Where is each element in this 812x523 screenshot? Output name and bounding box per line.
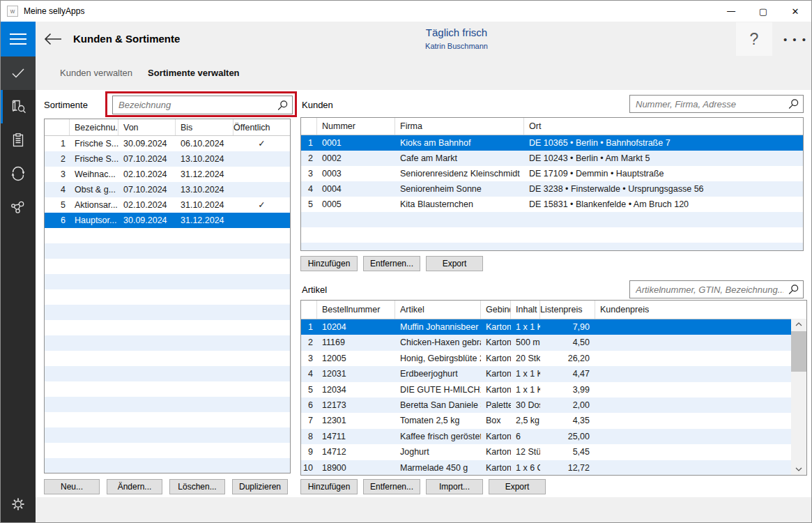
table-row[interactable]: 50005Kita BlausternchenDE 15831 • Blanke… (301, 197, 803, 212)
table-row[interactable]: 914712JoghurtKarton12 Stück5,45 (301, 444, 791, 460)
artikel-entfernen-button[interactable]: Entfernen... (363, 479, 420, 494)
column-header[interactable]: Artikel (395, 301, 481, 319)
scrollbar-thumb[interactable] (791, 331, 806, 372)
cell: 31.12.2024 (176, 213, 233, 228)
sidebar-item-catalog[interactable] (1, 90, 36, 123)
table-row[interactable]: 512034DIE GUTE H-MILCH1,5%6X1L ...Karton… (301, 382, 791, 397)
cell (118, 228, 176, 243)
cell (595, 351, 791, 366)
cell (45, 274, 70, 289)
cell (70, 274, 118, 289)
share-icon (10, 200, 26, 214)
cell: ✓ (233, 136, 290, 151)
back-button[interactable] (42, 30, 64, 48)
cell: 2,5 kg (511, 413, 540, 428)
cell: Obst & g... (70, 182, 118, 197)
table-row[interactable]: 1Frische S...30.09.202406.10.2024✓ (45, 136, 290, 151)
column-header[interactable]: Gebinde (481, 301, 511, 319)
column-header[interactable]: Inhalt (511, 301, 540, 319)
sidebar-item-share[interactable] (1, 190, 36, 224)
table-row[interactable]: 712301Tomaten 2,5 kgBox2,5 kg4,35 (301, 413, 791, 428)
table-row[interactable]: 4Obst & g...07.10.202413.10.2024 (45, 182, 290, 197)
column-header[interactable]: Ort (524, 118, 803, 135)
column-header[interactable]: Bestellnummer (317, 301, 395, 319)
cell (395, 212, 524, 227)
kunden-searchbox (629, 95, 804, 113)
table-row[interactable]: 6Hauptsor...30.09.202431.12.2024 (45, 213, 290, 228)
table-row[interactable]: 312005Honig, Gebirgsblüte 20X0,5LKarton2… (301, 351, 791, 366)
table-row[interactable]: 20002Cafe am MarktDE 10243 • Berlin • Am… (301, 151, 803, 166)
column-header[interactable]: Bis (176, 119, 233, 135)
neu-button[interactable]: Neu... (44, 479, 100, 494)
sidebar-item-tasks[interactable] (1, 56, 36, 90)
cell (176, 274, 233, 289)
column-header[interactable]: Firma (395, 118, 524, 135)
maximize-button[interactable]: ▢ (747, 1, 779, 22)
table-row[interactable]: 814711Kaffee frisch geröstet, aromat...K… (301, 429, 791, 444)
minimize-button[interactable]: — (715, 1, 747, 22)
cell (301, 227, 317, 243)
cell (233, 289, 290, 305)
column-header[interactable]: Bezeichnu... (70, 119, 118, 135)
column-header[interactable]: Von (118, 119, 176, 135)
aendern-button[interactable]: Ändern... (107, 479, 162, 494)
cell (70, 458, 118, 473)
sidebar-item-sync[interactable] (1, 157, 36, 190)
cell (70, 335, 118, 351)
column-header[interactable]: Kundenpreis (595, 301, 806, 319)
cell (395, 227, 524, 243)
artikel-export-button[interactable]: Export (489, 479, 546, 494)
cell (118, 427, 176, 443)
column-header[interactable]: Listenpreis (540, 301, 595, 319)
loeschen-button[interactable]: Löschen... (169, 479, 225, 494)
column-header[interactable] (301, 118, 317, 135)
artikel-search-input[interactable] (629, 280, 804, 298)
table-row[interactable]: 110204Muffin Johannisbeer 80 gKarton1 x … (301, 319, 791, 335)
cell: Muffin Johannisbeer 80 g (395, 319, 481, 335)
tab-kunden-verwalten[interactable]: Kunden verwalten (60, 68, 132, 78)
duplizieren-button[interactable]: Duplizieren (232, 479, 288, 494)
vertical-scrollbar[interactable] (791, 319, 806, 475)
cell (70, 351, 118, 366)
sidebar-item-orders[interactable] (1, 123, 36, 157)
table-row-empty (45, 351, 290, 366)
table-row[interactable]: 2Frische S...07.10.202413.10.2024 (45, 151, 290, 167)
cell: 10 (301, 460, 317, 476)
kunden-search-input[interactable] (629, 95, 804, 113)
column-header[interactable] (301, 301, 317, 319)
cell (233, 228, 290, 243)
column-header[interactable] (45, 119, 70, 135)
artikel-hinzufuegen-button[interactable]: Hinzufügen (300, 479, 358, 494)
table-row[interactable]: 30003Seniorenresidenz KleinschmidtDE 171… (301, 166, 803, 181)
table-row[interactable]: 40004Seniorenheim SonneDE 3238 • Finster… (301, 181, 803, 197)
column-header[interactable]: Nummer (317, 118, 395, 135)
table-row[interactable]: 1018900Marmelade 450 gKarton1 x 6 Gl...1… (301, 460, 791, 476)
column-header[interactable]: Öffentlich (233, 119, 290, 135)
table-row[interactable]: 5Aktionsar...02.10.202431.10.2024✓ (45, 197, 290, 213)
table-row[interactable]: 412031ErdbeerjoghurtKarton1 x 1 Ki...4,4… (301, 366, 791, 381)
hamburger-menu-button[interactable] (1, 22, 36, 56)
table-row-empty (45, 412, 290, 427)
table-row[interactable]: 211169Chicken-Haxen gebraten 1,5 ...Kart… (301, 335, 791, 350)
tab-sortimente-verwalten[interactable]: Sortimente verwalten (148, 68, 240, 78)
more-options-button[interactable]: • • • (780, 22, 811, 56)
kunden-entfernen-button[interactable]: Entfernen... (363, 256, 420, 271)
sortimente-search-input[interactable] (112, 96, 293, 114)
table-row[interactable]: 10001Kioks am BahnhofDE 10365 • Berlin •… (301, 135, 803, 151)
user-name: Katrin Buschmann (376, 42, 537, 50)
close-button[interactable]: ✕ (779, 1, 811, 22)
help-button[interactable]: ? (736, 22, 772, 56)
cell: 3 (301, 351, 317, 366)
scroll-up-icon[interactable] (791, 319, 806, 330)
cell (176, 335, 233, 351)
table-row[interactable]: 3Weihnac...02.10.202431.12.2024 (45, 167, 290, 182)
table-row[interactable]: 612173Beretta San Daniele Schinken ...Pa… (301, 397, 791, 413)
kunden-export-button[interactable]: Export (426, 256, 483, 271)
clipboard-icon (10, 132, 26, 148)
kunden-hinzufuegen-button[interactable]: Hinzufügen (300, 256, 358, 271)
scroll-down-icon[interactable] (791, 464, 806, 475)
cell: 30.09.2024 (118, 213, 176, 228)
sidebar-item-settings[interactable] (1, 487, 36, 521)
artikel-import-button[interactable]: Import... (426, 479, 483, 494)
cell (317, 212, 395, 227)
